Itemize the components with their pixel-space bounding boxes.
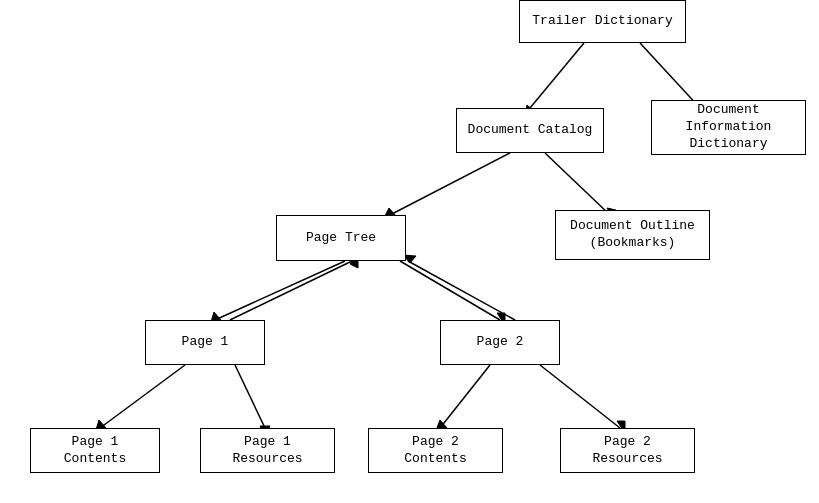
catalog-node: Document Catalog	[456, 108, 604, 153]
page1-node: Page 1	[145, 320, 265, 365]
page1-contents-node: Page 1 Contents	[30, 428, 160, 473]
svg-line-4	[390, 153, 510, 215]
svg-line-14	[408, 261, 515, 320]
svg-line-8	[215, 261, 345, 320]
page2-node: Page 2	[440, 320, 560, 365]
svg-line-12	[400, 261, 500, 320]
svg-line-6	[545, 153, 610, 215]
outline-node: Document Outline (Bookmarks)	[555, 210, 710, 260]
svg-line-16	[100, 365, 185, 428]
svg-line-20	[440, 365, 490, 428]
page-tree-node: Page Tree	[276, 215, 406, 261]
svg-line-10	[230, 261, 352, 320]
page2-resources-node: Page 2 Resources	[560, 428, 695, 473]
diagram: Trailer Dictionary Document Catalog Docu…	[0, 0, 819, 503]
trailer-node: Trailer Dictionary	[519, 0, 686, 43]
svg-line-22	[540, 365, 620, 428]
svg-line-2	[640, 43, 700, 108]
svg-line-0	[530, 43, 584, 108]
page1-resources-node: Page 1 Resources	[200, 428, 335, 473]
info-node: Document Information Dictionary	[651, 100, 806, 155]
svg-line-18	[235, 365, 265, 428]
page2-contents-node: Page 2 Contents	[368, 428, 503, 473]
